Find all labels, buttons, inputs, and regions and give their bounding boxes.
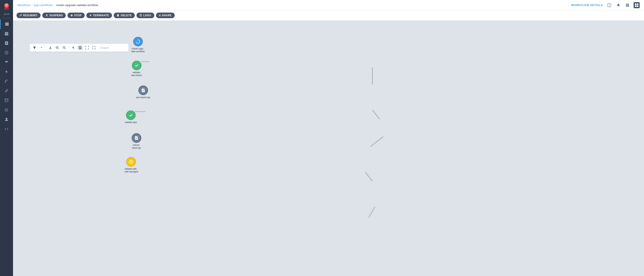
version-label: v3.4.8 xyxy=(4,13,9,15)
download-tool[interactable] xyxy=(48,45,53,50)
lightning-tool[interactable] xyxy=(70,45,76,50)
zoom-out-tool[interactable] xyxy=(62,45,67,50)
code-icon xyxy=(4,127,9,131)
filter-tool[interactable] xyxy=(32,45,37,50)
svg-line-42 xyxy=(58,48,59,49)
panel-toggle-icon[interactable] xyxy=(606,2,612,8)
svg-rect-21 xyxy=(5,109,6,109)
filter-dropdown-tool[interactable] xyxy=(39,45,44,50)
node-label-cluster-upgrade: cluster-upgr.. date-workflow xyxy=(131,47,145,53)
stop-button[interactable]: ⊛ STOP xyxy=(68,12,84,18)
box-icon xyxy=(4,98,9,103)
node-validate-add-self-managed[interactable]: validate-add.. -self-managed xyxy=(124,157,138,173)
sidebar-item-signal[interactable] xyxy=(0,57,13,67)
stop-label: STOP xyxy=(74,14,82,17)
node-label-validate-add-self-managed: validate-add.. -self-managed xyxy=(124,167,138,173)
workflow-details-button[interactable]: WORKFLOW DETAILS xyxy=(571,3,603,7)
sidebar: v3.4.8 xyxy=(0,0,13,276)
node-label-validate-aws-basics: validate- aws-basics xyxy=(131,71,142,77)
node-circle-validate-add-self-managed xyxy=(126,157,136,167)
svg-point-18 xyxy=(5,82,6,83)
node-circle-validate-aws-basics: aws-basics xyxy=(132,61,142,70)
fit-tool[interactable] xyxy=(84,45,90,50)
sidebar-item-list[interactable] xyxy=(0,105,13,115)
resubmit-icon: ↺ xyxy=(20,14,22,17)
node-aws-basics-tgz[interactable]: aws-basics.tgz xyxy=(136,86,150,99)
svg-rect-9 xyxy=(5,32,8,33)
node-label-validate-apis: validate-apis xyxy=(125,121,137,124)
sidebar-item-box[interactable] xyxy=(0,96,13,105)
menu-icon xyxy=(5,22,9,26)
sidebar-item-code[interactable] xyxy=(0,124,13,134)
breadcrumb-argo-workflows[interactable]: argo-workflows xyxy=(34,3,52,7)
node-circle-validate-apis: kubent-report xyxy=(126,111,136,120)
sidebar-item-archive[interactable] xyxy=(0,29,13,38)
sidebar-item-reports[interactable] xyxy=(0,38,13,48)
svg-rect-15 xyxy=(6,43,7,44)
node-circle-kubent-report-tgz xyxy=(132,133,141,143)
svg-rect-57 xyxy=(142,90,144,91)
sidebar-item-link[interactable] xyxy=(0,86,13,96)
node-cluster-upgrade[interactable]: cluster-upgr.. date-workflow xyxy=(131,37,145,53)
sidebar-item-menu[interactable] xyxy=(0,19,13,29)
svg-rect-48 xyxy=(79,47,81,48)
header: Workflows / argo-workflows / cluster-upg… xyxy=(13,0,644,10)
search-input[interactable] xyxy=(100,46,126,49)
main-content: Workflows / argo-workflows / cluster-upg… xyxy=(13,0,644,276)
logs-button[interactable]: ☰ LOGS xyxy=(136,12,154,18)
resubmit-label: RESUBMIT xyxy=(23,14,38,17)
share-button[interactable]: ⎋ SHARE xyxy=(156,12,175,18)
node-validate-aws-basics[interactable]: aws-basics validate- aws-basics xyxy=(131,61,142,77)
delete-label: DELETE xyxy=(121,14,132,17)
svg-line-52 xyxy=(370,137,384,146)
expand-tool[interactable] xyxy=(91,45,96,50)
svg-rect-13 xyxy=(6,42,8,43)
suspend-button[interactable]: ⏸ SUSPEND xyxy=(42,12,66,18)
clock-icon xyxy=(4,50,9,55)
rss-icon xyxy=(4,79,9,83)
sidebar-item-lightning[interactable] xyxy=(0,67,13,76)
svg-line-51 xyxy=(372,110,380,119)
header-icons xyxy=(606,2,640,8)
workflow-svg xyxy=(13,20,644,276)
svg-rect-7 xyxy=(5,24,9,24)
node-validate-apis[interactable]: kubent-report validate-apis xyxy=(125,111,137,124)
svg-rect-24 xyxy=(6,110,8,110)
suspend-label: SUSPEND xyxy=(50,14,63,17)
svg-rect-19 xyxy=(5,99,8,102)
sidebar-divider xyxy=(2,18,11,18)
svg-rect-35 xyxy=(637,3,638,5)
resubmit-button[interactable]: ↺ RESUBMIT xyxy=(16,12,40,18)
sidebar-item-rss[interactable] xyxy=(0,76,13,86)
node-circle-aws-basics-tgz xyxy=(138,86,148,95)
graph-icon[interactable] xyxy=(634,2,640,8)
doc-icon[interactable] xyxy=(624,2,630,8)
breadcrumb-workflows[interactable]: Workflows xyxy=(17,3,30,7)
node-kubent-report-tgz[interactable]: kubent- report.tgz xyxy=(132,133,141,149)
breadcrumb-sep1: / xyxy=(32,3,32,7)
bell-icon[interactable] xyxy=(615,2,622,8)
breadcrumb-current: cluster-upgrade-validate-workflow xyxy=(56,3,98,7)
zoom-in-tool[interactable] xyxy=(55,45,60,50)
svg-rect-14 xyxy=(6,43,8,43)
svg-line-54 xyxy=(369,207,375,218)
toolbar-divider1 xyxy=(46,46,46,50)
svg-rect-6 xyxy=(5,23,9,23)
svg-rect-33 xyxy=(627,6,628,6)
link-icon xyxy=(4,89,9,93)
header-right: WORKFLOW DETAILS xyxy=(571,2,640,8)
svg-rect-11 xyxy=(6,34,7,34)
breadcrumb: Workflows / argo-workflows / cluster-upg… xyxy=(17,3,98,7)
svg-rect-34 xyxy=(635,3,636,5)
node-label-aws-basics-tgz: aws-basics.tgz xyxy=(136,96,150,99)
terminate-button[interactable]: ✕ TERMINATE xyxy=(86,12,112,18)
node-circle-cluster-upgrade xyxy=(133,37,143,46)
sidebar-item-clock[interactable] xyxy=(0,48,13,57)
document-tool[interactable] xyxy=(78,45,83,50)
sidebar-item-user[interactable] xyxy=(0,115,13,124)
delete-button[interactable]: 🗑 DELETE xyxy=(114,12,135,18)
workflow-canvas[interactable]: cluster-upgr.. date-workflow aws-basics … xyxy=(13,20,644,276)
argo-logo xyxy=(2,2,10,10)
svg-rect-60 xyxy=(136,138,138,138)
archive-icon xyxy=(4,31,9,36)
